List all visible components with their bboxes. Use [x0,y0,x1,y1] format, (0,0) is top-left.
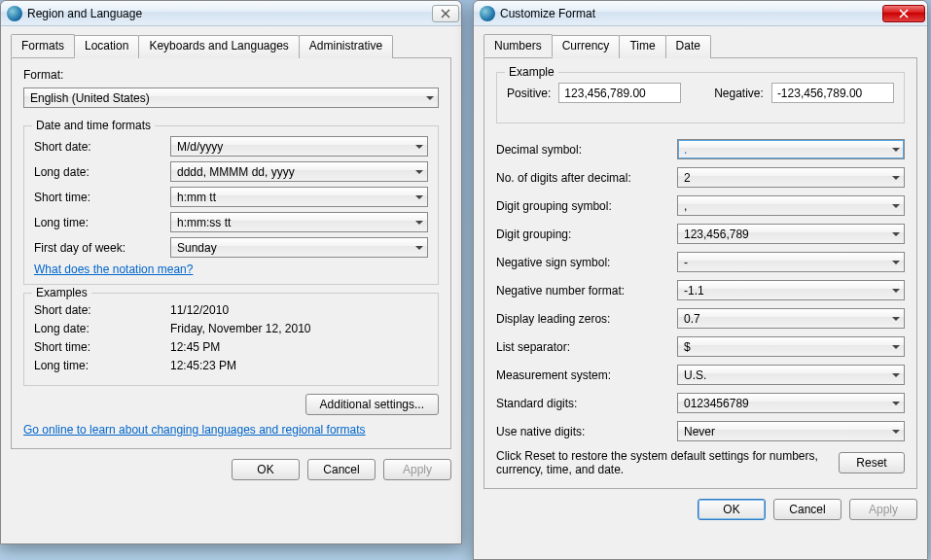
apply-button[interactable]: Apply [849,499,917,520]
cancel-button[interactable]: Cancel [773,499,841,520]
globe-icon [7,6,22,21]
positive-example: 123,456,789.00 [558,83,681,103]
grouping-symbol-label: Digit grouping symbol: [496,199,677,213]
decimal-symbol-label: Decimal symbol: [496,143,677,157]
ex-short-time-val: 12:45 PM [170,340,220,354]
cancel-button[interactable]: Cancel [307,459,376,480]
first-day-label: First day of week: [34,241,170,255]
grouping-label: Digit grouping: [496,228,677,241]
format-dropdown[interactable]: English (United States) [23,88,439,108]
negative-label: Negative: [714,87,764,100]
tab-formats[interactable]: Formats [11,34,75,57]
additional-settings-button[interactable]: Additional settings... [305,394,439,415]
leading-zeros-dropdown[interactable]: 0.7 [677,308,905,329]
formats-panel: Format: English (United States) Date and… [11,58,451,449]
short-time-label: Short time: [34,191,170,204]
long-time-label: Long time: [34,216,170,229]
tab-numbers[interactable]: Numbers [483,34,553,57]
close-button[interactable] [882,5,925,22]
date-time-legend: Date and time formats [32,119,155,132]
example-legend: Example [505,65,558,79]
tab-time[interactable]: Time [619,35,665,58]
titlebar[interactable]: Customize Format [474,1,927,26]
format-value: English (United States) [30,91,150,105]
dialog-button-row: OK Cancel Apply [483,499,917,520]
native-digits-label: Use native digits: [496,425,677,438]
short-time-dropdown[interactable]: h:mm tt [170,187,428,207]
numbers-panel: Example Positive: 123,456,789.00 Negativ… [483,58,917,489]
apply-button[interactable]: Apply [383,459,451,480]
reset-button[interactable]: Reset [839,452,905,473]
tab-keyboards-languages[interactable]: Keyboards and Languages [138,35,299,58]
ex-short-time-lbl: Short time: [34,340,170,354]
customize-format-dialog: Customize Format Numbers Currency Time D… [473,0,928,560]
region-tabstrip: Formats Location Keyboards and Languages… [11,34,451,58]
grouping-symbol-dropdown[interactable]: , [677,195,905,216]
std-digits-dropdown[interactable]: 0123456789 [677,393,905,413]
date-time-formats-group: Date and time formats Short date: M/d/yy… [23,125,439,285]
first-day-dropdown[interactable]: Sunday [170,237,428,258]
long-date-label: Long date: [34,165,170,179]
measurement-dropdown[interactable]: U.S. [677,365,905,385]
std-digits-label: Standard digits: [496,397,677,410]
list-sep-label: List separator: [496,340,677,354]
close-icon [898,9,910,18]
titlebar[interactable]: Region and Language [1,1,461,26]
ex-long-time-val: 12:45:23 PM [170,359,236,372]
reset-hint: Click Reset to restore the system defaul… [496,449,829,476]
examples-legend: Examples [32,286,91,299]
ex-long-date-lbl: Long date: [34,322,170,335]
tab-date[interactable]: Date [665,35,711,58]
positive-label: Positive: [507,87,551,100]
short-date-label: Short date: [34,140,170,154]
tab-currency[interactable]: Currency [552,35,621,58]
window-title: Region and Language [27,7,142,20]
tab-administrative[interactable]: Administrative [299,35,393,58]
dialog-button-row: OK Cancel Apply [11,459,451,480]
format-label: Format: [23,68,439,82]
neg-fmt-dropdown[interactable]: -1.1 [677,280,905,300]
digits-after-dropdown[interactable]: 2 [677,167,905,188]
short-date-dropdown[interactable]: M/d/yyyy [170,136,428,157]
list-sep-dropdown[interactable]: $ [677,336,905,357]
digits-after-label: No. of digits after decimal: [496,171,677,185]
online-help-link[interactable]: Go online to learn about changing langua… [23,423,366,437]
ex-long-date-val: Friday, November 12, 2010 [170,322,311,335]
close-icon [441,9,450,18]
neg-sign-label: Negative sign symbol: [496,256,677,269]
measurement-label: Measurement system: [496,368,677,382]
long-date-dropdown[interactable]: dddd, MMMM dd, yyyy [170,161,428,182]
grouping-dropdown[interactable]: 123,456,789 [677,224,905,244]
neg-sign-dropdown[interactable]: - [677,252,905,272]
customize-tabstrip: Numbers Currency Time Date [483,34,917,58]
ex-short-date-lbl: Short date: [34,303,170,317]
examples-group: Examples Short date: 11/12/2010 Long dat… [23,293,439,386]
close-button[interactable] [432,5,459,22]
negative-example: -123,456,789.00 [771,83,894,103]
decimal-symbol-dropdown[interactable]: . [677,139,905,159]
neg-fmt-label: Negative number format: [496,284,677,298]
ok-button[interactable]: OK [698,499,766,520]
leading-zeros-label: Display leading zeros: [496,312,677,326]
region-and-language-dialog: Region and Language Formats Location Key… [0,0,462,544]
ex-short-date-val: 11/12/2010 [170,303,229,317]
long-time-dropdown[interactable]: h:mm:ss tt [170,212,428,232]
notation-link[interactable]: What does the notation mean? [34,262,193,276]
ok-button[interactable]: OK [232,459,300,480]
window-title: Customize Format [500,7,595,20]
globe-icon [480,6,495,21]
ex-long-time-lbl: Long time: [34,359,170,372]
example-group: Example Positive: 123,456,789.00 Negativ… [496,72,905,123]
tab-location[interactable]: Location [74,35,139,58]
native-digits-dropdown[interactable]: Never [677,421,905,441]
